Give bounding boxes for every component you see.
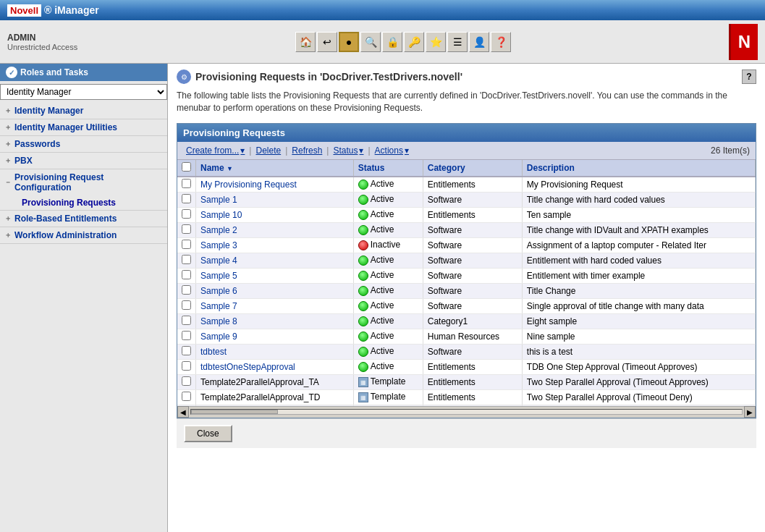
toolbar-home-icon[interactable]: 🏠 [295, 32, 316, 52]
status-button[interactable]: Status ▾ [330, 144, 366, 157]
hscroll-right-button[interactable]: ▶ [744, 406, 756, 418]
toolbar-help-icon[interactable]: ❓ [491, 32, 511, 52]
row-name-link[interactable]: Sample 5 [200, 271, 237, 281]
status-text: Active [371, 316, 394, 326]
imanager-title: ® iManager [44, 4, 99, 16]
help-button[interactable]: ? [742, 69, 756, 84]
sidebar-section-header-utilities[interactable]: ＋ Identity Manager Utilities [0, 119, 167, 135]
actions-button[interactable]: Actions ▾ [372, 144, 412, 157]
toolbar-lock-icon[interactable]: 🔒 [382, 32, 402, 52]
sidebar-section-header-pbx[interactable]: ＋ PBX [0, 153, 167, 169]
row-name-link[interactable]: Sample 8 [200, 316, 237, 326]
row-name-link[interactable]: Sample 7 [200, 301, 237, 311]
bottom-bar: Close [177, 418, 756, 448]
row-checkbox[interactable] [182, 346, 191, 355]
table-row: Sample 6ActiveSoftwareTitle Change [177, 283, 756, 298]
access-label: Unrestricted Access [7, 43, 77, 51]
content-area: ⚙ Provisioning Requests in 'DocDriver.Te… [168, 64, 765, 532]
status-text: Active [371, 255, 394, 265]
row-name-cell: Sample 3 [196, 237, 354, 253]
row-checkbox[interactable] [182, 209, 191, 219]
toolbar-back-icon[interactable]: ↩ [317, 32, 337, 52]
hscroll-left-button[interactable]: ◀ [177, 406, 189, 418]
create-from-button[interactable]: Create from... ▾ [183, 144, 248, 157]
row-checkbox[interactable] [182, 255, 191, 264]
sidebar-header: ✓ Roles and Tasks [0, 64, 167, 81]
row-name-link[interactable]: Sample 10 [200, 210, 242, 220]
row-checkbox[interactable] [182, 300, 191, 310]
row-status-cell: Active [353, 283, 423, 298]
delete-button[interactable]: Delete [253, 144, 284, 157]
col-status[interactable]: Status [353, 160, 423, 177]
select-all-checkbox[interactable] [182, 162, 191, 172]
row-category-cell: Entitlements [423, 359, 522, 374]
toolbar-search-icon[interactable]: 🔍 [360, 32, 381, 52]
row-name-link[interactable]: Sample 3 [200, 240, 237, 250]
row-checkbox[interactable] [182, 316, 191, 325]
row-checkbox[interactable] [182, 194, 191, 203]
row-category-cell: Entitlements [423, 374, 522, 389]
row-checkbox[interactable] [182, 240, 191, 249]
close-button[interactable]: Close [184, 425, 232, 442]
row-checkbox-cell [177, 268, 196, 283]
expand-icon-pbx: ＋ [4, 156, 12, 166]
status-text: Active [371, 346, 394, 356]
row-name-link[interactable]: Sample 9 [200, 332, 237, 342]
sidebar-section-header-provisioning[interactable]: － Provisioning Request Configuration [0, 169, 167, 195]
page-title: Provisioning Requests in 'DocDriver.Test… [195, 71, 462, 83]
toolbar-list-icon[interactable]: ☰ [447, 32, 468, 52]
row-name-link[interactable]: Sample 6 [200, 286, 237, 296]
row-name-link[interactable]: Sample 2 [200, 225, 237, 235]
row-name-link[interactable]: Sample 1 [200, 195, 237, 205]
row-category-cell: Entitlements [423, 177, 522, 193]
row-checkbox[interactable] [182, 361, 191, 371]
row-category-cell: Category1 [423, 313, 522, 329]
sidebar-section-header-passwords[interactable]: ＋ Passwords [0, 136, 167, 152]
sidebar-section-header-workflow[interactable]: ＋ Workflow Administration [0, 227, 167, 243]
row-checkbox[interactable] [182, 376, 191, 386]
status-text: Active [371, 179, 394, 189]
row-checkbox-cell [177, 177, 196, 193]
row-checkbox-cell [177, 389, 196, 405]
row-name-cell: Sample 9 [196, 329, 354, 344]
row-checkbox-cell [177, 298, 196, 313]
sidebar-dropdown[interactable]: Identity Manager [0, 84, 167, 100]
row-name-link[interactable]: tdbtest [200, 347, 227, 357]
toolbar-user-icon[interactable]: 👤 [469, 32, 489, 52]
sidebar-item-provisioning-requests[interactable]: Provisioning Requests [0, 195, 167, 210]
table-row: Sample 4ActiveSoftwareEntitlement with h… [177, 253, 756, 268]
status-text: Inactive [371, 240, 400, 250]
status-text: Active [371, 224, 394, 235]
sep3: | [326, 145, 329, 156]
row-name-link[interactable]: tdbtestOneStepApproval [200, 362, 295, 372]
refresh-button[interactable]: Refresh [289, 144, 325, 157]
row-status-cell: Active [353, 329, 423, 344]
col-category[interactable]: Category [423, 160, 522, 177]
col-name[interactable]: Name ▼ [196, 160, 354, 177]
col-description[interactable]: Description [522, 160, 755, 177]
table-scroll-area[interactable]: Name ▼ Status Category Description My Pr… [177, 160, 756, 406]
status-active-icon [358, 180, 368, 190]
toolbar-active-icon[interactable]: ● [339, 32, 359, 52]
hscroll-thumb[interactable] [191, 410, 278, 414]
row-checkbox[interactable] [182, 224, 191, 234]
row-name-cell: tdbtestOneStepApproval [196, 359, 354, 374]
sidebar-section-header-identity-manager[interactable]: ＋ Identity Manager [0, 103, 167, 119]
row-name-link[interactable]: My Provisioning Request [200, 180, 297, 190]
row-checkbox[interactable] [182, 331, 191, 340]
sidebar-section-header-entitlements[interactable]: ＋ Role-Based Entitlements [0, 211, 167, 227]
toolbar-key-icon[interactable]: 🔑 [404, 32, 424, 52]
row-checkbox[interactable] [182, 392, 191, 401]
row-checkbox[interactable] [182, 285, 191, 295]
row-name-link[interactable]: Sample 4 [200, 256, 237, 266]
top-header: Novell ® iManager [0, 0, 765, 20]
hscroll-track[interactable] [190, 409, 743, 415]
row-name-cell: Sample 10 [196, 207, 354, 222]
toolbar-star-icon[interactable]: ⭐ [426, 32, 446, 52]
row-description-cell: this is a test [522, 344, 755, 359]
actions-arrow: ▾ [405, 145, 409, 156]
row-checkbox[interactable] [182, 270, 191, 279]
expand-icon-provisioning: － [4, 177, 12, 187]
row-checkbox[interactable] [182, 179, 191, 188]
section-label-provisioning: Provisioning Request Configuration [14, 172, 163, 193]
